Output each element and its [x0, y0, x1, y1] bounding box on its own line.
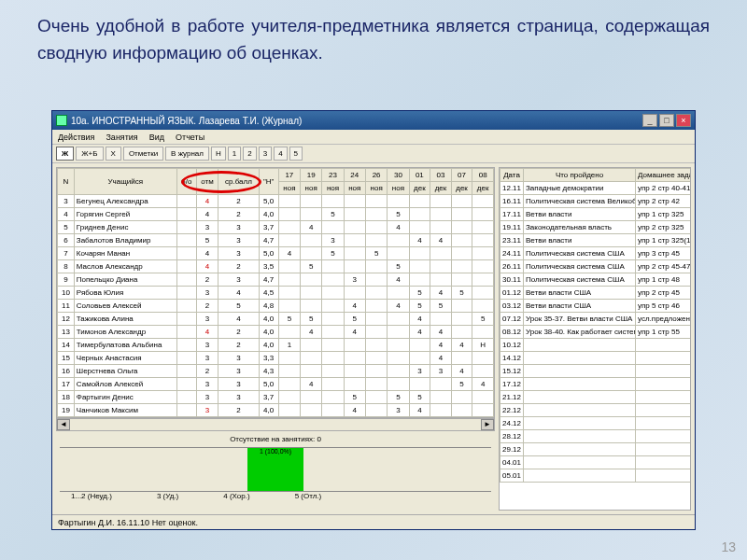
maximize-button[interactable]: □ [659, 114, 674, 127]
tool-3[interactable]: 3 [259, 147, 272, 161]
table-row[interactable]: 03.12Ветви власти СШАупр 5 стр 46 [500, 300, 692, 313]
table-row[interactable]: 14.12 [500, 352, 692, 365]
table-row[interactable]: 11Соловьев Алексей254,84455 [58, 300, 494, 313]
slide-caption: Очень удобной в работе учителя-предметни… [0, 0, 747, 72]
menu-view[interactable]: Вид [149, 133, 164, 142]
table-row[interactable]: 6Забалотов Владимир534,7344 [58, 234, 494, 247]
chart-cat-2: 4 (Хор.) [223, 492, 249, 500]
menubar: Действия Занятия Вид Отчеты [52, 130, 695, 145]
menu-actions[interactable]: Действия [58, 133, 94, 142]
table-row[interactable]: 10.12 [500, 339, 692, 352]
close-button[interactable]: × [676, 114, 691, 127]
tool-1[interactable]: 1 [228, 147, 241, 161]
table-row[interactable]: 10Рябова Юлия344,5545 [58, 287, 494, 300]
window-title: 10а. ИНОСТРАННЫЙ ЯЗЫК. Лазарева Т.И. (Жу… [71, 116, 642, 126]
table-row[interactable]: 9Попельцко Диана234,734 [58, 273, 494, 287]
scroll-right-icon[interactable]: ► [481, 419, 494, 430]
tool-marks[interactable]: Отметки [123, 147, 163, 161]
titlebar[interactable]: 10а. ИНОСТРАННЫЙ ЯЗЫК. Лазарева Т.И. (Жу… [52, 111, 695, 130]
table-row[interactable]: 28.12 [500, 430, 692, 443]
slide-number: 13 [721, 539, 736, 554]
table-row[interactable]: 16.11Политическая система Великобритании… [500, 195, 692, 208]
table-row[interactable]: 3Бегунец Александра425,0 [58, 195, 494, 208]
table-row[interactable]: 12.11Западные демократииупр 2 стр 40-41 [500, 182, 692, 195]
tool-5[interactable]: 5 [289, 147, 303, 161]
app-icon [56, 115, 67, 126]
table-row[interactable]: 24.12 [500, 417, 692, 430]
tool-4[interactable]: 4 [274, 147, 287, 161]
table-row[interactable]: 5Гриднев Денис333,744 [58, 221, 494, 234]
table-row[interactable]: 8Маслов Александр423,555 [58, 260, 494, 273]
table-row[interactable]: 17Самойлов Алексей335,0454 [58, 378, 494, 391]
table-row[interactable]: 7Кочарян Манан435,0455 [58, 247, 494, 260]
table-row[interactable]: 18Фартыгин Денис333,7555 [58, 391, 494, 404]
minimize-button[interactable]: _ [642, 114, 657, 127]
table-row[interactable]: 23.11Ветви властиупр 1 стр 325(1) [500, 234, 692, 247]
table-row[interactable]: 13Тимонов Александр424,04444 [58, 326, 494, 339]
chart-cat-0: 1...2 (Неуд.) [71, 492, 112, 500]
scroll-left-icon[interactable]: ◄ [57, 419, 70, 430]
table-row[interactable]: 4Горягин Сергей424,055 [58, 208, 494, 221]
table-row[interactable]: 21.12 [500, 391, 692, 404]
table-row[interactable]: 19.11Законодательная властьупр 2 стр 325 [500, 221, 692, 234]
tool-2[interactable]: 2 [243, 147, 256, 161]
table-row[interactable]: 08.12Урок 38-40. Как работает система сд… [500, 326, 692, 339]
lessons-grid[interactable]: ДатаЧто пройденоДомашнее задание12.11Зап… [499, 167, 691, 511]
tool-zh[interactable]: Ж [56, 147, 74, 161]
chart-cat-1: 3 (Уд.) [157, 492, 178, 500]
table-row[interactable]: 16Шерстнева Ольга234,3334 [58, 365, 494, 378]
table-row[interactable]: 15.12 [500, 365, 692, 378]
grades-grid[interactable]: NУчащийсяб/оотмср.балл"Н"171923242630010… [56, 167, 495, 418]
menu-lessons[interactable]: Занятия [106, 133, 137, 142]
tool-n[interactable]: Н [211, 147, 226, 161]
tool-tojournal[interactable]: В журнал [165, 147, 209, 161]
tool-x[interactable]: Х [106, 147, 121, 161]
menu-reports[interactable]: Отчеты [176, 133, 204, 142]
table-row[interactable]: 29.12 [500, 443, 692, 456]
table-row[interactable]: 19Чанчиков Максим324,0434 [58, 404, 494, 417]
table-row[interactable]: 15Черных Анастасия333,34 [58, 352, 494, 365]
table-row[interactable]: 04.01 [500, 456, 692, 469]
table-row[interactable]: 30.11Политическая система СШАупр 1 стр 4… [500, 273, 692, 287]
table-row[interactable]: 17.12 [500, 378, 692, 391]
table-row[interactable]: 26.11Политическая система СШАупр 2 стр 4… [500, 260, 692, 273]
chart-bar: 1 (100,0%) [247, 448, 303, 491]
table-row[interactable]: 07.12Урок 35-37. Ветви власти СШАусл.пре… [500, 313, 692, 326]
chart-cat-3: 5 (Отл.) [295, 492, 322, 500]
tool-zhb[interactable]: Ж+Б [76, 147, 103, 161]
table-row[interactable]: 12Тажикова Алина344,055545 [58, 313, 494, 326]
table-row[interactable]: 14Тимербулатова Альбина324,0144Н [58, 339, 494, 352]
table-row[interactable]: 17.11Ветви властиупр 1 стр 325 [500, 208, 692, 221]
app-window: 10а. ИНОСТРАННЫЙ ЯЗЫК. Лазарева Т.И. (Жу… [51, 110, 696, 530]
table-row[interactable]: 24.11Политическая система СШАупр 3 стр 4… [500, 247, 692, 260]
toolbar: Ж Ж+Б Х Отметки В журнал Н 1 2 3 4 5 [52, 145, 695, 163]
horizontal-scrollbar[interactable]: ◄ ► [56, 418, 495, 431]
table-row[interactable]: 22.12 [500, 404, 692, 417]
grade-chart: 1 (100,0%) [60, 447, 491, 492]
absence-label: Отсутствие на занятиях: 0 [60, 435, 491, 443]
table-row[interactable]: 05.01 [500, 469, 692, 483]
table-row[interactable]: 01.12Ветви власти СШАупр 2 стр 45 [500, 287, 692, 300]
statusbar: Фартыгин Д.И. 16.11.10 Нет оценок. [52, 514, 695, 529]
